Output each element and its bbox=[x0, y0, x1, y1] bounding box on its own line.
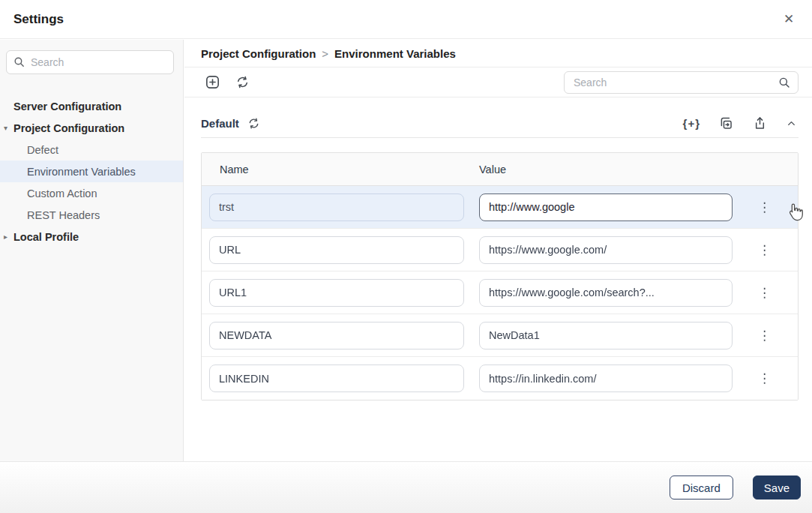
variable-value-input[interactable] bbox=[479, 364, 733, 392]
row-menu-icon[interactable]: ⋮ bbox=[754, 241, 775, 260]
search-icon bbox=[13, 56, 25, 68]
variable-name-input[interactable] bbox=[209, 364, 464, 392]
variables-table: Name Value ⋮ ⋮ ⋮ bbox=[201, 152, 799, 400]
section-refresh-icon[interactable] bbox=[245, 115, 262, 132]
search-icon bbox=[778, 76, 791, 89]
dialog-header: Settings ✕ bbox=[0, 0, 812, 39]
chevron-down-icon[interactable]: ▾ bbox=[4, 124, 7, 132]
variables-search-input[interactable] bbox=[564, 71, 799, 94]
variable-value-input[interactable] bbox=[479, 236, 733, 264]
sidebar-item-custom-action[interactable]: Custom Action bbox=[0, 182, 183, 204]
variable-value-input[interactable] bbox=[479, 194, 733, 221]
default-section-header: Default {+} bbox=[201, 110, 799, 138]
section-actions: {+} bbox=[682, 114, 799, 133]
settings-tree: Server Configuration ▾ Project Configura… bbox=[0, 95, 183, 248]
breadcrumb: Project Configuration > Environment Vari… bbox=[184, 40, 812, 68]
settings-dialog: Settings ✕ Server Configuration ▾ Projec… bbox=[0, 0, 812, 513]
sidebar-item-server-configuration[interactable]: Server Configuration bbox=[0, 95, 183, 117]
table-header: Name Value bbox=[202, 153, 798, 186]
chevron-right-icon[interactable]: ▸ bbox=[4, 232, 7, 241]
row-menu-icon[interactable]: ⋮ bbox=[754, 369, 775, 388]
breadcrumb-parent[interactable]: Project Configuration bbox=[201, 47, 316, 60]
variables-content: Default {+} bbox=[184, 98, 812, 400]
dialog-footer: Discard Save bbox=[0, 461, 812, 513]
discard-button[interactable]: Discard bbox=[670, 476, 733, 500]
add-variable-braces-icon[interactable]: {+} bbox=[682, 116, 702, 131]
column-header-value: Value bbox=[479, 164, 798, 176]
variable-name-input[interactable] bbox=[209, 322, 464, 350]
variable-name-input[interactable] bbox=[209, 194, 464, 221]
table-row: ⋮ bbox=[202, 229, 798, 272]
variable-value-input[interactable] bbox=[479, 279, 733, 307]
variables-toolbar bbox=[184, 68, 812, 98]
row-menu-icon[interactable]: ⋮ bbox=[754, 198, 775, 217]
variable-name-input[interactable] bbox=[209, 236, 464, 264]
variable-name-input[interactable] bbox=[209, 279, 464, 307]
refresh-icon[interactable] bbox=[233, 73, 252, 92]
row-menu-icon[interactable]: ⋮ bbox=[754, 284, 775, 302]
variable-value-input[interactable] bbox=[479, 322, 733, 350]
main-panel: Project Configuration > Environment Vari… bbox=[184, 40, 812, 461]
save-button[interactable]: Save bbox=[753, 476, 801, 500]
table-row: ⋮ bbox=[202, 357, 798, 400]
table-row: ⋮ bbox=[202, 186, 798, 229]
add-variable-button[interactable] bbox=[202, 72, 223, 92]
sidebar-item-environment-variables[interactable]: Environment Variables bbox=[0, 160, 183, 182]
sidebar-item-project-configuration[interactable]: ▾ Project Configuration bbox=[0, 117, 183, 139]
page-title: Settings bbox=[0, 12, 64, 27]
sidebar-item-local-profile[interactable]: ▸ Local Profile bbox=[0, 226, 183, 248]
breadcrumb-separator: > bbox=[322, 47, 328, 60]
export-icon[interactable] bbox=[751, 114, 769, 133]
table-row: ⋮ bbox=[202, 272, 798, 314]
column-header-name: Name bbox=[202, 164, 479, 176]
sidebar-search-input[interactable] bbox=[6, 50, 174, 74]
sidebar-item-rest-headers[interactable]: REST Headers bbox=[0, 204, 183, 226]
sidebar-item-defect[interactable]: Defect bbox=[0, 139, 183, 160]
row-menu-icon[interactable]: ⋮ bbox=[754, 326, 775, 345]
table-row: ⋮ bbox=[202, 314, 798, 357]
collapse-section-icon[interactable] bbox=[784, 116, 799, 130]
settings-sidebar: Server Configuration ▾ Project Configura… bbox=[0, 40, 184, 461]
duplicate-icon[interactable] bbox=[717, 114, 736, 133]
sidebar-search bbox=[6, 50, 174, 74]
close-icon[interactable]: ✕ bbox=[779, 9, 799, 28]
section-title: Default bbox=[201, 117, 239, 130]
variables-search bbox=[564, 71, 799, 94]
breadcrumb-current: Environment Variables bbox=[334, 47, 456, 60]
